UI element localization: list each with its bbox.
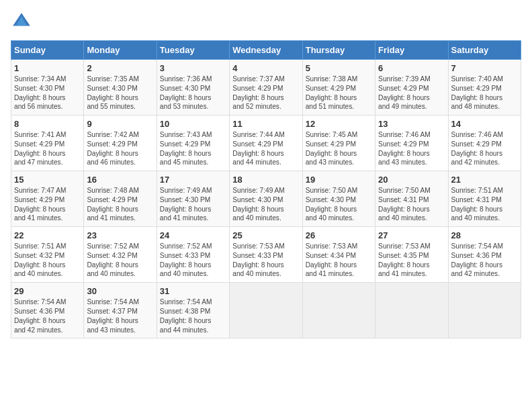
day-number: 5 (306, 63, 372, 73)
day-number: 7 (451, 63, 518, 73)
cell-info: Sunrise: 7:42 AMSunset: 4:29 PMDaylight:… (87, 130, 153, 167)
day-number: 6 (378, 63, 445, 73)
calendar-cell: 22Sunrise: 7:51 AMSunset: 4:32 PMDayligh… (11, 227, 84, 283)
calendar-cell: 25Sunrise: 7:53 AMSunset: 4:33 PMDayligh… (230, 227, 302, 283)
cell-info: Sunrise: 7:39 AMSunset: 4:29 PMDaylight:… (378, 75, 445, 111)
calendar-cell: 28Sunrise: 7:54 AMSunset: 4:36 PMDayligh… (448, 227, 521, 283)
calendar-table: SundayMondayTuesdayWednesdayThursdayFrid… (11, 40, 521, 338)
day-number: 22 (14, 230, 81, 240)
calendar-week-2: 8Sunrise: 7:41 AMSunset: 4:29 PMDaylight… (11, 116, 521, 171)
day-header-saturday: Saturday (448, 41, 521, 60)
calendar-cell: 4Sunrise: 7:37 AMSunset: 4:29 PMDaylight… (230, 60, 302, 116)
calendar-cell: 1Sunrise: 7:34 AMSunset: 4:30 PMDaylight… (11, 60, 84, 116)
cell-info: Sunrise: 7:50 AMSunset: 4:31 PMDaylight:… (378, 186, 445, 223)
calendar-cell: 24Sunrise: 7:52 AMSunset: 4:33 PMDayligh… (157, 227, 229, 283)
cell-info: Sunrise: 7:46 AMSunset: 4:29 PMDaylight:… (451, 130, 518, 167)
day-number: 26 (306, 230, 372, 240)
calendar-cell: 30Sunrise: 7:54 AMSunset: 4:37 PMDayligh… (84, 283, 157, 338)
calendar-cell: 20Sunrise: 7:50 AMSunset: 4:31 PMDayligh… (375, 171, 448, 227)
calendar-cell: 2Sunrise: 7:35 AMSunset: 4:30 PMDaylight… (84, 60, 157, 116)
calendar-cell: 5Sunrise: 7:38 AMSunset: 4:29 PMDaylight… (302, 60, 375, 116)
day-number: 20 (378, 175, 445, 185)
day-number: 25 (232, 230, 299, 240)
day-number: 10 (160, 119, 226, 129)
calendar-header: SundayMondayTuesdayWednesdayThursdayFrid… (11, 41, 521, 60)
calendar-cell (230, 283, 302, 338)
calendar-cell: 26Sunrise: 7:53 AMSunset: 4:34 PMDayligh… (302, 227, 375, 283)
cell-info: Sunrise: 7:38 AMSunset: 4:29 PMDaylight:… (306, 75, 372, 111)
calendar-cell: 27Sunrise: 7:53 AMSunset: 4:35 PMDayligh… (375, 227, 448, 283)
day-number: 23 (87, 230, 153, 240)
calendar-cell: 23Sunrise: 7:52 AMSunset: 4:32 PMDayligh… (84, 227, 157, 283)
cell-info: Sunrise: 7:35 AMSunset: 4:30 PMDaylight:… (87, 75, 153, 111)
day-number: 9 (87, 119, 153, 129)
calendar-cell: 29Sunrise: 7:54 AMSunset: 4:36 PMDayligh… (11, 283, 84, 338)
calendar-cell: 14Sunrise: 7:46 AMSunset: 4:29 PMDayligh… (448, 116, 521, 171)
day-number: 27 (378, 230, 445, 240)
day-number: 18 (232, 175, 299, 185)
logo-icon (11, 11, 32, 32)
cell-info: Sunrise: 7:49 AMSunset: 4:30 PMDaylight:… (160, 186, 226, 223)
cell-info: Sunrise: 7:51 AMSunset: 4:31 PMDaylight:… (451, 186, 518, 223)
day-number: 15 (14, 175, 81, 185)
calendar-cell: 10Sunrise: 7:43 AMSunset: 4:29 PMDayligh… (157, 116, 229, 171)
cell-info: Sunrise: 7:51 AMSunset: 4:32 PMDaylight:… (14, 242, 81, 279)
day-number: 28 (451, 230, 518, 240)
calendar-cell: 9Sunrise: 7:42 AMSunset: 4:29 PMDaylight… (84, 116, 157, 171)
calendar-cell: 15Sunrise: 7:47 AMSunset: 4:29 PMDayligh… (11, 171, 84, 227)
calendar-cell: 18Sunrise: 7:49 AMSunset: 4:30 PMDayligh… (230, 171, 302, 227)
day-number: 14 (451, 119, 518, 129)
day-number: 21 (451, 175, 518, 185)
calendar-cell: 11Sunrise: 7:44 AMSunset: 4:29 PMDayligh… (230, 116, 302, 171)
day-header-sunday: Sunday (11, 41, 84, 60)
day-header-thursday: Thursday (302, 41, 375, 60)
day-number: 19 (306, 175, 372, 185)
cell-info: Sunrise: 7:36 AMSunset: 4:30 PMDaylight:… (160, 75, 226, 111)
day-header-wednesday: Wednesday (230, 41, 302, 60)
calendar-cell: 8Sunrise: 7:41 AMSunset: 4:29 PMDaylight… (11, 116, 84, 171)
page-header (11, 11, 521, 32)
calendar-cell: 16Sunrise: 7:48 AMSunset: 4:29 PMDayligh… (84, 171, 157, 227)
calendar-cell: 17Sunrise: 7:49 AMSunset: 4:30 PMDayligh… (157, 171, 229, 227)
day-header-tuesday: Tuesday (157, 41, 229, 60)
cell-info: Sunrise: 7:43 AMSunset: 4:29 PMDaylight:… (160, 130, 226, 167)
day-number: 11 (232, 119, 299, 129)
calendar-cell (448, 283, 521, 338)
day-number: 30 (87, 286, 153, 296)
calendar-cell: 3Sunrise: 7:36 AMSunset: 4:30 PMDaylight… (157, 60, 229, 116)
day-number: 12 (306, 119, 372, 129)
calendar-week-5: 29Sunrise: 7:54 AMSunset: 4:36 PMDayligh… (11, 283, 521, 338)
cell-info: Sunrise: 7:52 AMSunset: 4:32 PMDaylight:… (87, 242, 153, 279)
cell-info: Sunrise: 7:41 AMSunset: 4:29 PMDaylight:… (14, 130, 81, 167)
day-number: 29 (14, 286, 81, 296)
cell-info: Sunrise: 7:54 AMSunset: 4:36 PMDaylight:… (451, 242, 518, 279)
calendar-week-1: 1Sunrise: 7:34 AMSunset: 4:30 PMDaylight… (11, 60, 521, 116)
calendar-cell (375, 283, 448, 338)
calendar-week-4: 22Sunrise: 7:51 AMSunset: 4:32 PMDayligh… (11, 227, 521, 283)
cell-info: Sunrise: 7:54 AMSunset: 4:38 PMDaylight:… (160, 298, 226, 334)
cell-info: Sunrise: 7:45 AMSunset: 4:29 PMDaylight:… (306, 130, 372, 167)
logo (11, 11, 35, 32)
calendar-cell: 31Sunrise: 7:54 AMSunset: 4:38 PMDayligh… (157, 283, 229, 338)
day-number: 8 (14, 119, 81, 129)
day-number: 4 (232, 63, 299, 73)
cell-info: Sunrise: 7:40 AMSunset: 4:29 PMDaylight:… (451, 75, 518, 111)
calendar-cell: 12Sunrise: 7:45 AMSunset: 4:29 PMDayligh… (302, 116, 375, 171)
cell-info: Sunrise: 7:50 AMSunset: 4:30 PMDaylight:… (306, 186, 372, 223)
calendar-cell: 7Sunrise: 7:40 AMSunset: 4:29 PMDaylight… (448, 60, 521, 116)
cell-info: Sunrise: 7:54 AMSunset: 4:36 PMDaylight:… (14, 298, 81, 334)
day-number: 31 (160, 286, 226, 296)
cell-info: Sunrise: 7:48 AMSunset: 4:29 PMDaylight:… (87, 186, 153, 223)
cell-info: Sunrise: 7:37 AMSunset: 4:29 PMDaylight:… (232, 75, 299, 111)
calendar-week-3: 15Sunrise: 7:47 AMSunset: 4:29 PMDayligh… (11, 171, 521, 227)
calendar-cell (302, 283, 375, 338)
cell-info: Sunrise: 7:49 AMSunset: 4:30 PMDaylight:… (232, 186, 299, 223)
day-number: 16 (87, 175, 153, 185)
cell-info: Sunrise: 7:53 AMSunset: 4:35 PMDaylight:… (378, 242, 445, 279)
cell-info: Sunrise: 7:47 AMSunset: 4:29 PMDaylight:… (14, 186, 81, 223)
day-number: 2 (87, 63, 153, 73)
day-number: 17 (160, 175, 226, 185)
calendar-cell: 6Sunrise: 7:39 AMSunset: 4:29 PMDaylight… (375, 60, 448, 116)
cell-info: Sunrise: 7:53 AMSunset: 4:34 PMDaylight:… (306, 242, 372, 279)
day-number: 1 (14, 63, 81, 73)
